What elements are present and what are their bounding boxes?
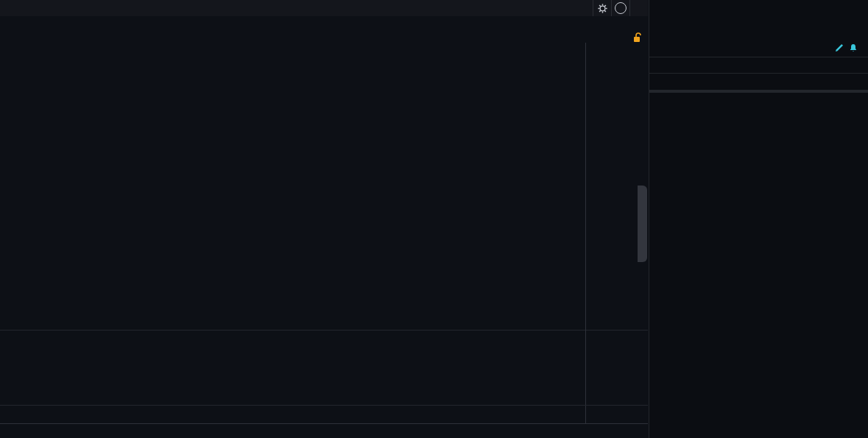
top-toolbar — [0, 0, 648, 17]
stock-app — [0, 0, 868, 438]
volume-chart[interactable] — [0, 331, 585, 403]
market-status-row — [649, 43, 868, 57]
date-range-wrap — [627, 32, 642, 43]
pane-divider — [0, 405, 648, 406]
panel-header — [649, 0, 868, 16]
quote-info-bar — [0, 16, 651, 32]
price-change — [855, 28, 863, 41]
quote-panel — [649, 0, 868, 438]
last-price-row — [649, 16, 868, 43]
gear-icon[interactable] — [593, 0, 611, 16]
alert-bell-icon[interactable] — [849, 43, 858, 54]
ma-info-bar — [0, 32, 648, 43]
indicator-strip[interactable] — [0, 407, 585, 423]
x-axis — [0, 423, 585, 438]
unlock-icon[interactable] — [633, 32, 642, 43]
chevron-right-icon[interactable] — [629, 0, 648, 16]
panel-expander[interactable] — [638, 186, 647, 262]
edit-icon[interactable] — [835, 43, 844, 54]
nav-row[interactable] — [649, 57, 868, 74]
pane-divider — [0, 330, 648, 331]
help-icon[interactable] — [611, 0, 629, 16]
main-candlestick-chart[interactable] — [0, 43, 585, 330]
weibi-row — [649, 74, 868, 91]
trade-log — [649, 92, 868, 93]
axis-line — [585, 43, 586, 423]
